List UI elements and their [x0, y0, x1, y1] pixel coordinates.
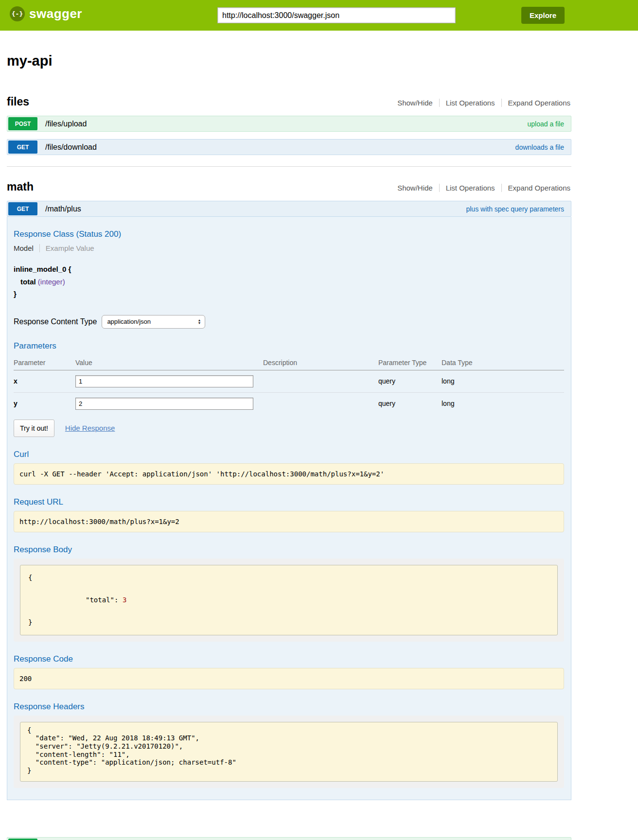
- response-body-title: Response Body: [14, 545, 564, 555]
- endpoint-path[interactable]: /math/plus: [45, 205, 81, 213]
- expand-operations-link[interactable]: Expand Operations: [501, 99, 571, 107]
- method-badge-post: POST: [8, 117, 37, 130]
- select-arrows-icon: ▲ ▼: [197, 319, 201, 325]
- model-close: }: [14, 288, 564, 300]
- param-data-type: long: [442, 370, 564, 392]
- col-header-description: Description: [263, 355, 378, 370]
- swagger-ui-wrap: my-api files Show/Hide List Operations E…: [7, 53, 571, 840]
- endpoint-summary[interactable]: plus with spec query parameters: [466, 205, 564, 213]
- param-name: y: [14, 392, 75, 415]
- endpoint-summary[interactable]: downloads a file: [515, 143, 564, 151]
- spec-url-input[interactable]: [217, 7, 456, 23]
- col-header-value: Value: [75, 355, 263, 370]
- response-body: { "total": 3 }: [20, 565, 558, 635]
- response-headers-title: Response Headers: [14, 702, 564, 712]
- response-code-title: Response Code: [14, 654, 564, 664]
- model-property-type: (integer): [38, 278, 65, 286]
- parameters-title: Parameters: [14, 341, 564, 351]
- param-type: query: [378, 392, 442, 415]
- section-controls: Show/Hide List Operations Expand Operati…: [391, 184, 571, 193]
- hide-response-link[interactable]: Hide Response: [65, 424, 115, 432]
- section-controls: Show/Hide List Operations Expand Operati…: [391, 99, 571, 108]
- section-title-files[interactable]: files: [7, 95, 29, 108]
- request-url-title: Request URL: [14, 497, 564, 507]
- response-content-type-label: Response Content Type: [14, 317, 97, 326]
- model-open: inline_model_0 {: [14, 263, 564, 276]
- param-description: [263, 370, 378, 392]
- response-code-value: 200: [14, 668, 564, 689]
- request-url-value: http://localhost:3000/math/plus?x=1&y=2: [14, 511, 564, 532]
- swagger-logo[interactable]: {-} swagger: [10, 6, 82, 21]
- endpoint-row-post-files-upload[interactable]: POST /files/upload upload a file: [7, 116, 571, 132]
- section-divider: [7, 166, 571, 167]
- endpoint-summary[interactable]: upload a file: [527, 120, 564, 128]
- show-hide-link[interactable]: Show/Hide: [391, 99, 439, 107]
- response-body-value: 3: [123, 596, 126, 604]
- param-description: [263, 392, 378, 415]
- response-headers-container: { "date": "Wed, 22 Aug 2018 18:49:13 GMT…: [14, 716, 564, 788]
- param-row-y: y query long: [14, 392, 564, 415]
- endpoint-row-get-math-plus[interactable]: GET /math/plus plus with spec query para…: [7, 201, 571, 217]
- response-body-open: {: [28, 572, 549, 583]
- response-content-type-value: application/json: [107, 318, 151, 325]
- api-title: my-api: [7, 53, 571, 69]
- endpoint-row-post-math-plus[interactable]: POST /math/plus plus with spec body para…: [7, 837, 571, 840]
- model-signature: inline_model_0 { total (integer) }: [14, 263, 564, 300]
- method-badge-get: GET: [8, 140, 37, 154]
- param-value-input-y[interactable]: [75, 398, 253, 410]
- section-title-math[interactable]: math: [7, 180, 34, 193]
- col-header-parameter: Parameter: [14, 355, 75, 370]
- curl-command: curl -X GET --header 'Accept: applicatio…: [14, 463, 564, 485]
- curl-title: Curl: [14, 450, 564, 459]
- param-type: query: [378, 370, 442, 392]
- response-class-title: Response Class (Status 200): [14, 229, 564, 239]
- try-it-out-button[interactable]: Try it out!: [14, 420, 54, 437]
- expand-operations-link[interactable]: Expand Operations: [501, 184, 571, 192]
- explore-button[interactable]: Explore: [521, 7, 565, 24]
- endpoint-path[interactable]: /files/download: [45, 143, 97, 152]
- param-name: x: [14, 370, 75, 392]
- files-section: files Show/Hide List Operations Expand O…: [7, 95, 571, 155]
- tab-example-value[interactable]: Example Value: [40, 244, 94, 252]
- endpoint-path[interactable]: /files/upload: [45, 120, 87, 128]
- response-body-close: }: [28, 617, 549, 628]
- col-header-parameter-type: Parameter Type: [378, 355, 442, 370]
- swagger-topbar: {-} swagger Explore: [0, 0, 638, 31]
- response-body-key: "total":: [77, 596, 123, 604]
- parameters-table: Parameter Value Description Parameter Ty…: [14, 355, 564, 415]
- param-value-input-x[interactable]: [75, 375, 253, 387]
- math-section: math Show/Hide List Operations Expand Op…: [7, 180, 571, 840]
- tab-model[interactable]: Model: [14, 244, 40, 252]
- operation-detail-panel: Response Class (Status 200) Model Exampl…: [7, 217, 571, 800]
- list-operations-link[interactable]: List Operations: [439, 99, 501, 107]
- response-class-tabs: Model Example Value: [14, 244, 564, 252]
- param-row-x: x query long: [14, 370, 564, 392]
- swagger-logo-text: swagger: [29, 6, 82, 21]
- list-operations-link[interactable]: List Operations: [439, 184, 501, 192]
- response-content-type-select[interactable]: application/json ▲ ▼: [102, 315, 205, 329]
- param-data-type: long: [442, 392, 564, 415]
- col-header-data-type: Data Type: [442, 355, 564, 370]
- response-body-container: { "total": 3 }: [14, 559, 564, 642]
- response-headers: { "date": "Wed, 22 Aug 2018 18:49:13 GMT…: [20, 722, 558, 782]
- show-hide-link[interactable]: Show/Hide: [391, 184, 439, 192]
- method-badge-get: GET: [8, 202, 37, 215]
- model-property-name: total: [20, 278, 36, 286]
- swagger-logo-icon: {-}: [10, 6, 25, 21]
- endpoint-row-get-files-download[interactable]: GET /files/download downloads a file: [7, 139, 571, 155]
